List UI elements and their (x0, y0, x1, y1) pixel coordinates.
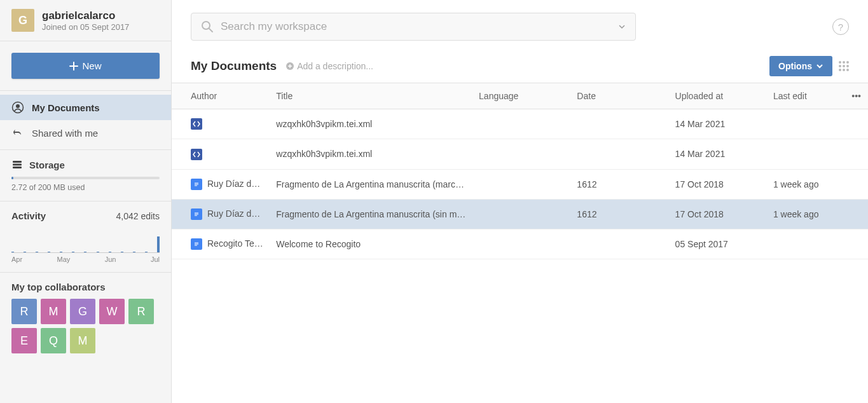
profile-joined: Joined on 05 Sept 2017 (42, 22, 129, 32)
chevron-down-icon (816, 62, 823, 70)
row-lastedit (767, 109, 845, 139)
row-date (570, 109, 668, 139)
collaborator-avatar[interactable]: Q (41, 328, 66, 353)
col-language[interactable]: Language (472, 83, 570, 109)
collaborator-avatar[interactable]: M (41, 299, 66, 324)
collaborator-avatar[interactable]: G (70, 299, 95, 324)
nav-shared-label: Shared with me (32, 128, 98, 139)
storage-title: Storage (29, 160, 65, 170)
nav-my-documents-label: My Documents (32, 102, 100, 113)
page-title: My Documents (191, 59, 277, 73)
text-file-icon (191, 208, 202, 220)
collaborators-title: My top collaborators (11, 282, 160, 292)
row-author: Ruy Díaz de Guz… (207, 179, 270, 189)
search-input[interactable] (221, 20, 611, 33)
profile-block: G gabrielcalarco Joined on 05 Sept 2017 (0, 0, 171, 41)
col-more-icon[interactable]: ••• (845, 83, 868, 109)
row-lastedit: 1 week ago (767, 169, 845, 199)
row-title: Fragmento de La Argentina manuscrita (si… (270, 199, 472, 229)
nav: My Documents Shared with me (0, 91, 171, 150)
table-row[interactable]: Recogito TeamWelcome to Recogito05 Sept … (172, 229, 868, 259)
row-language (472, 199, 570, 229)
sidebar: G gabrielcalarco Joined on 05 Sept 2017 … (0, 0, 172, 403)
plus-circle-icon (286, 62, 294, 71)
collaborator-avatar[interactable]: W (99, 299, 125, 324)
row-date (570, 229, 668, 259)
activity-chart (11, 228, 160, 253)
nav-my-documents[interactable]: My Documents (0, 95, 171, 120)
activity-chart-labels: Apr May Jun Jul (11, 256, 160, 263)
row-title: wzqxhk0h3vpikm.tei.xml (270, 139, 472, 169)
options-button[interactable]: Options (769, 56, 832, 76)
row-language (472, 229, 570, 259)
row-date: 1612 (570, 199, 668, 229)
col-lastedit[interactable]: Last edit (767, 83, 845, 109)
table-row[interactable]: wzqxhk0h3vpikm.tei.xml14 Mar 2021 (172, 109, 868, 139)
row-author: Ruy Díaz de Guz… (207, 208, 270, 219)
help-icon[interactable]: ? (832, 18, 849, 35)
row-lastedit (767, 139, 845, 169)
collaborators-section: My top collaborators RMGWREQM (0, 273, 171, 362)
nav-shared-with-me[interactable]: Shared with me (0, 120, 171, 146)
col-date[interactable]: Date (570, 83, 668, 109)
add-description-button[interactable]: Add a description... (286, 61, 373, 71)
col-uploaded[interactable]: Uploaded at (669, 83, 767, 109)
row-uploaded: 14 Mar 2021 (669, 109, 767, 139)
new-button[interactable]: New (11, 53, 160, 79)
row-uploaded: 14 Mar 2021 (669, 139, 767, 169)
col-title[interactable]: Title (270, 83, 472, 109)
svg-point-5 (202, 22, 210, 29)
svg-rect-2 (13, 161, 22, 163)
main-area: ? My Documents Add a description... Opti… (172, 0, 868, 403)
xml-file-icon (191, 118, 202, 130)
row-lastedit (767, 229, 845, 259)
collaborator-avatar[interactable]: R (128, 299, 154, 324)
col-author[interactable]: Author (172, 83, 270, 109)
row-language (472, 169, 570, 199)
svg-rect-3 (13, 164, 22, 166)
row-lastedit: 1 week ago (767, 199, 845, 229)
row-title: Fragmento de La Argentina manuscrita (ma… (270, 169, 472, 199)
svg-rect-4 (13, 167, 22, 168)
row-uploaded: 17 Oct 2018 (669, 199, 767, 229)
row-date (570, 139, 668, 169)
share-icon (11, 126, 24, 139)
row-language (472, 109, 570, 139)
options-label: Options (778, 61, 812, 71)
search-icon (200, 20, 214, 34)
row-title: Welcome to Recogito (270, 229, 472, 259)
chevron-down-icon[interactable] (617, 22, 626, 31)
storage-bar (11, 177, 160, 179)
storage-icon (11, 159, 23, 170)
row-title: wzqxhk0h3vpikm.tei.xml (270, 109, 472, 139)
activity-section: Activity 4,042 edits Apr May (0, 202, 171, 273)
row-uploaded: 17 Oct 2018 (669, 169, 767, 199)
collaborator-avatar[interactable]: M (70, 328, 95, 353)
user-circle-icon (11, 101, 24, 114)
documents-table: Author Title Language Date Uploaded at L… (172, 83, 868, 259)
new-button-label: New (82, 60, 101, 71)
svg-point-1 (16, 104, 20, 108)
add-description-label: Add a description... (297, 61, 373, 71)
row-author: Recogito Team (207, 238, 266, 249)
collaborator-avatar[interactable]: R (11, 299, 37, 324)
table-row[interactable]: Ruy Díaz de Guz…Fragmento de La Argentin… (172, 169, 868, 199)
row-language (472, 139, 570, 169)
storage-used-text: 2.72 of 200 MB used (11, 183, 160, 192)
xml-file-icon (191, 149, 202, 160)
search-box[interactable] (191, 13, 636, 41)
row-date: 1612 (570, 169, 668, 199)
avatar: G (11, 9, 34, 32)
table-row[interactable]: Ruy Díaz de Guz…Fragmento de La Argentin… (172, 199, 868, 229)
text-file-icon (191, 179, 202, 190)
activity-count: 4,042 edits (116, 211, 160, 221)
profile-name: gabrielcalarco (42, 10, 129, 22)
storage-section: Storage 2.72 of 200 MB used (0, 150, 171, 202)
collaborator-avatar[interactable]: E (11, 328, 37, 353)
activity-title: Activity (11, 210, 46, 221)
row-uploaded: 05 Sept 2017 (669, 229, 767, 259)
plus-icon (69, 62, 78, 71)
table-row[interactable]: wzqxhk0h3vpikm.tei.xml14 Mar 2021 (172, 139, 868, 169)
text-file-icon (191, 238, 202, 250)
grid-view-icon[interactable] (839, 61, 849, 71)
